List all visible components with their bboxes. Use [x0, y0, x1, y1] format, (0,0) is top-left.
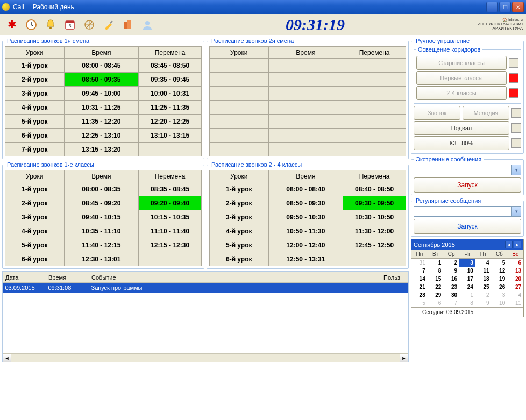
event-row[interactable]: 03.09.201509:31:08Запуск программы — [3, 283, 408, 293]
first-button[interactable]: Первые классы — [416, 71, 507, 85]
schedule-row: 1-й урок08:00 - 08:4008:40 - 08:50 — [210, 182, 406, 196]
calendar[interactable]: Сентябрь 2015 ◄ ► ПнВтСрЧтПтСбВс31123456… — [411, 239, 524, 317]
schedule-row: 4-й урок10:35 - 11:1011:10 - 11:40 — [5, 224, 202, 238]
cal-day[interactable]: 6 — [507, 259, 523, 267]
cal-day[interactable]: 22 — [428, 283, 444, 291]
user-icon[interactable] — [139, 16, 156, 33]
cal-day-header: Ср — [443, 250, 459, 259]
schedule-row: 6-й урок12:50 - 13:31 — [210, 252, 406, 266]
regular-launch-button[interactable]: Запуск — [414, 219, 521, 234]
emergency-select[interactable] — [414, 165, 521, 175]
schedule-row: 2-й урок08:45 - 09:2009:20 - 09:40 — [5, 196, 202, 210]
cal-day[interactable]: 17 — [459, 275, 475, 283]
scroll-right-icon[interactable]: ► — [400, 354, 408, 362]
cal-day[interactable]: 30 — [443, 291, 459, 299]
regular-select[interactable] — [414, 206, 521, 217]
col-header: Уроки — [210, 47, 269, 59]
schedule-shift2: Расписание звонков 2я смена УрокиВремяПе… — [207, 38, 409, 159]
today-box-icon — [414, 310, 420, 315]
event-col-header: Польз — [381, 272, 408, 283]
basement-button[interactable]: Подвал — [414, 121, 509, 135]
schedule-row — [210, 73, 406, 87]
lighting-group: Освещение коридоров Старшие классы Первы… — [414, 46, 521, 104]
col-header: Время — [268, 47, 343, 59]
cal-day[interactable]: 31 — [411, 259, 428, 267]
senior-button[interactable]: Старшие классы — [416, 56, 507, 70]
cal-day[interactable]: 10 — [492, 299, 508, 307]
close-button[interactable]: ✕ — [512, 2, 524, 12]
cal-day[interactable]: 10 — [459, 267, 475, 275]
cal-day[interactable]: 6 — [428, 299, 444, 307]
bell-icon[interactable] — [42, 16, 59, 33]
cal-day[interactable]: 19 — [492, 275, 508, 283]
cal-day[interactable]: 1 — [428, 259, 444, 267]
cal-day[interactable]: 24 — [459, 283, 475, 291]
first-indicator — [509, 73, 518, 83]
cal-day[interactable]: 21 — [411, 283, 428, 291]
emergency-messages: Экстренные сообщения Запуск — [411, 156, 524, 195]
schedule-row: 2-й урок08:50 - 09:3509:35 - 09:45 — [5, 73, 202, 87]
cal-day[interactable]: 16 — [443, 275, 459, 283]
cal-day[interactable]: 9 — [475, 299, 492, 307]
cal-day[interactable]: 2 — [475, 291, 492, 299]
cal-day[interactable]: 3 — [459, 259, 475, 267]
col-header: Перемена — [343, 47, 406, 59]
cal-day[interactable]: 1 — [459, 291, 475, 299]
cal-day[interactable]: 11 — [507, 299, 523, 307]
cal-day[interactable]: 11 — [475, 267, 492, 275]
lighting-title: Освещение коридоров — [416, 46, 482, 53]
cal-day[interactable]: 5 — [411, 299, 428, 307]
minimize-button[interactable]: — — [486, 2, 498, 12]
cal-day[interactable]: 27 — [507, 283, 523, 291]
cal-day-header: Чт — [459, 250, 475, 259]
cal-day[interactable]: 8 — [459, 299, 475, 307]
cal-day[interactable]: 20 — [507, 275, 523, 283]
cal-day-header: Пт — [475, 250, 492, 259]
cal-day[interactable]: 4 — [475, 259, 492, 267]
svg-rect-8 — [127, 20, 131, 29]
bell-button[interactable]: Звонок — [414, 106, 460, 120]
cal-day[interactable]: 15 — [428, 275, 444, 283]
schedule-row: 6-й урок12:30 - 13:01 — [5, 252, 202, 266]
col-header: Уроки — [5, 47, 65, 59]
cal-day[interactable]: 18 — [475, 275, 492, 283]
event-scrollbar[interactable]: ◄ ► — [3, 353, 408, 362]
calendar-prev-icon[interactable]: ◄ — [505, 241, 513, 248]
logo: 🏠 intelar.ru ИНТЕЛЛЕКТУАЛЬНАЯ АРХИТЕКТУР… — [474, 18, 523, 31]
cal-day[interactable]: 4 — [507, 291, 523, 299]
schedule-row: 3-й урок09:50 - 10:3010:30 - 10:50 — [210, 210, 406, 224]
cal-day[interactable]: 12 — [492, 267, 508, 275]
cal-day[interactable]: 29 — [428, 291, 444, 299]
today-date: 03.09.2015 — [446, 309, 473, 315]
cal-day[interactable]: 9 — [443, 267, 459, 275]
cl24-button[interactable]: 2-4 классы — [416, 86, 507, 100]
calendar-next-icon[interactable]: ► — [514, 241, 521, 248]
cal-day[interactable]: 28 — [411, 291, 428, 299]
schedule-row: 4-й урок10:31 - 11:2511:25 - 11:35 — [5, 101, 202, 115]
calendar-icon[interactable]: 6 — [61, 16, 79, 33]
clock-icon[interactable] — [23, 16, 40, 33]
cal-day[interactable]: 14 — [411, 275, 428, 283]
asterisk-icon[interactable]: ✱ — [3, 16, 20, 33]
bell-indicator — [511, 108, 521, 118]
cal-day[interactable]: 26 — [492, 283, 508, 291]
cal-day[interactable]: 7 — [443, 299, 459, 307]
scroll-left-icon[interactable]: ◄ — [3, 354, 11, 362]
cal-day[interactable]: 8 — [428, 267, 444, 275]
cal-day[interactable]: 23 — [443, 283, 459, 291]
cal-day[interactable]: 3 — [492, 291, 508, 299]
cal-day[interactable]: 2 — [443, 259, 459, 267]
wheel-icon[interactable] — [81, 16, 98, 33]
books-icon[interactable] — [119, 16, 137, 33]
melody-button[interactable]: Мелодия — [463, 106, 509, 120]
schedule-shift1: Расписание звонков 1я смена УрокиВремяПе… — [2, 38, 204, 159]
maximize-button[interactable]: ☐ — [499, 2, 511, 12]
emergency-launch-button[interactable]: Запуск — [414, 177, 521, 193]
schedule-row: 5-й урок12:00 - 12:4012:45 - 12:50 — [210, 238, 406, 252]
cal-day[interactable]: 13 — [507, 267, 523, 275]
cal-day[interactable]: 5 — [492, 259, 508, 267]
cal-day[interactable]: 7 — [411, 267, 428, 275]
k3-button[interactable]: К3 - 80% — [414, 136, 509, 150]
cal-day[interactable]: 25 — [475, 283, 492, 291]
tools-icon[interactable] — [100, 16, 117, 33]
